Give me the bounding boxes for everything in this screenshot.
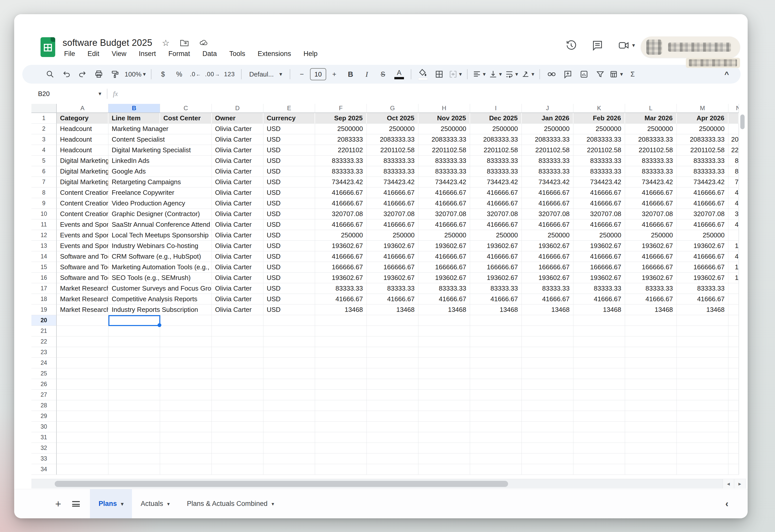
cell-E29[interactable] bbox=[263, 411, 315, 422]
row-header-34[interactable]: 34 bbox=[31, 464, 57, 475]
cell-L31[interactable] bbox=[625, 432, 677, 443]
cell-G32[interactable] bbox=[367, 443, 419, 454]
cell-C34[interactable] bbox=[160, 464, 212, 475]
cell-C24[interactable] bbox=[160, 358, 212, 368]
cell-K26[interactable] bbox=[573, 379, 625, 390]
cell-F18[interactable]: 41666.67 bbox=[315, 294, 367, 305]
cell-A7[interactable]: Digital Marketing bbox=[57, 177, 108, 187]
row-header-24[interactable]: 24 bbox=[31, 358, 57, 368]
cell-G11[interactable]: 416666.67 bbox=[367, 219, 419, 230]
cell-E15[interactable]: USD bbox=[263, 262, 315, 273]
row-header-33[interactable]: 33 bbox=[31, 454, 57, 464]
column-header-N-clipped[interactable]: N bbox=[728, 104, 739, 113]
header-cell-currency[interactable]: Currency bbox=[263, 113, 315, 124]
cell-B7[interactable]: Retargeting Campaigns bbox=[108, 177, 212, 187]
menu-extensions[interactable]: Extensions bbox=[256, 49, 292, 58]
cell-G16[interactable]: 193602.67 bbox=[367, 273, 419, 283]
cell-M20[interactable] bbox=[677, 315, 728, 326]
cell-M30[interactable] bbox=[677, 422, 728, 432]
cell-G10[interactable]: 320707.08 bbox=[367, 209, 419, 219]
cell-J9[interactable]: 416666.67 bbox=[522, 198, 573, 209]
cell-G3[interactable]: 2083333.33 bbox=[367, 134, 419, 145]
cell-D2[interactable]: Olivia Carter bbox=[212, 124, 263, 134]
cell-H2[interactable]: 2500000 bbox=[419, 124, 470, 134]
strikethrough-button[interactable]: S bbox=[376, 67, 390, 81]
cell-L4[interactable]: 2201102.58 bbox=[625, 145, 677, 155]
cell-E5[interactable]: USD bbox=[263, 155, 315, 166]
cell-B2[interactable]: Marketing Manager bbox=[108, 124, 212, 134]
cell-G22[interactable] bbox=[367, 337, 419, 347]
cell-N19-clipped[interactable] bbox=[728, 305, 739, 315]
cell-M26[interactable] bbox=[677, 379, 728, 390]
cell-K22[interactable] bbox=[573, 337, 625, 347]
cell-J22[interactable] bbox=[522, 337, 573, 347]
cell-A16[interactable]: Software and Tools bbox=[57, 273, 108, 283]
cell-F13[interactable]: 193602.67 bbox=[315, 241, 367, 251]
cell-H27[interactable] bbox=[419, 390, 470, 400]
bold-button[interactable]: B bbox=[344, 67, 357, 81]
cell-E9[interactable]: USD bbox=[263, 198, 315, 209]
cell-J13[interactable]: 193602.67 bbox=[522, 241, 573, 251]
cell-J33[interactable] bbox=[522, 454, 573, 464]
cell-A18[interactable]: Market Research bbox=[57, 294, 108, 305]
cell-F31[interactable] bbox=[315, 432, 367, 443]
cell-J14[interactable]: 416666.67 bbox=[522, 251, 573, 262]
cell-A27[interactable] bbox=[57, 390, 108, 400]
cell-A20[interactable] bbox=[57, 315, 108, 326]
cell-N12-clipped[interactable] bbox=[728, 230, 739, 241]
cell-I16[interactable]: 193602.67 bbox=[470, 273, 522, 283]
cell-A2[interactable]: Headcount bbox=[57, 124, 108, 134]
cell-H12[interactable]: 250000 bbox=[419, 230, 470, 241]
cell-L11[interactable]: 416666.67 bbox=[625, 219, 677, 230]
cell-A3[interactable]: Headcount bbox=[57, 134, 108, 145]
cell-F11[interactable]: 416666.67 bbox=[315, 219, 367, 230]
row-header-11[interactable]: 11 bbox=[31, 219, 57, 230]
cell-J21[interactable] bbox=[522, 326, 573, 337]
cell-F34[interactable] bbox=[315, 464, 367, 475]
cell-D22[interactable] bbox=[212, 337, 263, 347]
cell-I5[interactable]: 833333.33 bbox=[470, 155, 522, 166]
cell-K18[interactable]: 41666.67 bbox=[573, 294, 625, 305]
cell-N3-clipped[interactable]: 20 bbox=[728, 134, 739, 145]
cell-G4[interactable]: 2201102.58 bbox=[367, 145, 419, 155]
cell-M31[interactable] bbox=[677, 432, 728, 443]
cell-B18[interactable]: Competitive Analysis Reports bbox=[108, 294, 212, 305]
vertical-scrollbar-thumb[interactable] bbox=[740, 114, 745, 129]
cell-I30[interactable] bbox=[470, 422, 522, 432]
cell-B20[interactable] bbox=[108, 315, 160, 326]
cell-K13[interactable]: 193602.67 bbox=[573, 241, 625, 251]
cell-C21[interactable] bbox=[160, 326, 212, 337]
cell-M23[interactable] bbox=[677, 347, 728, 358]
cell-H26[interactable] bbox=[419, 379, 470, 390]
scroll-left-button[interactable]: ◂ bbox=[723, 479, 734, 488]
row-header-21[interactable]: 21 bbox=[31, 326, 57, 337]
column-header-I[interactable]: I bbox=[470, 104, 522, 113]
cell-I7[interactable]: 734423.42 bbox=[470, 177, 522, 187]
cell-N6-clipped[interactable]: 8 bbox=[728, 166, 739, 177]
column-header-G[interactable]: G bbox=[367, 104, 419, 113]
cell-F30[interactable] bbox=[315, 422, 367, 432]
cell-J3[interactable]: 2083333.33 bbox=[522, 134, 573, 145]
cell-N20-clipped[interactable] bbox=[728, 315, 739, 326]
cell-K34[interactable] bbox=[573, 464, 625, 475]
cell-G25[interactable] bbox=[367, 368, 419, 379]
cell-F6[interactable]: 833333.33 bbox=[315, 166, 367, 177]
cell-M14[interactable]: 416666.67 bbox=[677, 251, 728, 262]
cell-L21[interactable] bbox=[625, 326, 677, 337]
cell-F19[interactable]: 13468 bbox=[315, 305, 367, 315]
zoom-select[interactable]: 100%▾ bbox=[125, 67, 146, 81]
cell-I31[interactable] bbox=[470, 432, 522, 443]
cell-E10[interactable]: USD bbox=[263, 209, 315, 219]
cell-F27[interactable] bbox=[315, 390, 367, 400]
cell-B27[interactable] bbox=[108, 390, 160, 400]
cell-G30[interactable] bbox=[367, 422, 419, 432]
cell-A25[interactable] bbox=[57, 368, 108, 379]
font-size-input[interactable]: 10 bbox=[310, 68, 326, 80]
column-header-F[interactable]: F bbox=[315, 104, 367, 113]
tab-caret-icon[interactable]: ▾ bbox=[271, 501, 274, 507]
cell-I18[interactable]: 41666.67 bbox=[470, 294, 522, 305]
cell-L20[interactable] bbox=[625, 315, 677, 326]
cell-A11[interactable]: Events and Sponsorships bbox=[57, 219, 108, 230]
row-header-13[interactable]: 13 bbox=[31, 241, 57, 251]
cell-K3[interactable]: 2083333.33 bbox=[573, 134, 625, 145]
